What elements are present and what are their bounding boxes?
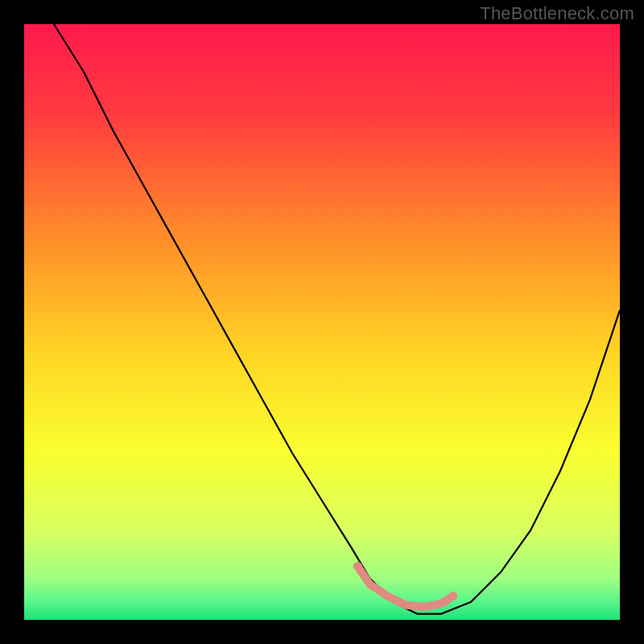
bottleneck-chart	[0, 0, 644, 644]
highlight-endpoint-dot	[353, 562, 362, 571]
watermark-text: TheBottleneck.com	[480, 3, 634, 24]
chart-frame: TheBottleneck.com	[0, 0, 644, 644]
highlight-endpoint-dot	[448, 592, 457, 601]
